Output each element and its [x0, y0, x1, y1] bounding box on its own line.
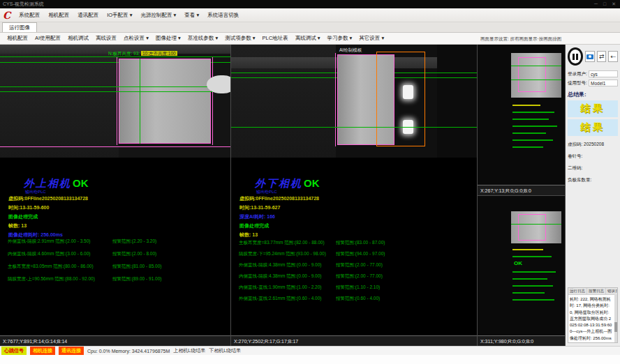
left-camera-image[interactable]: N:极耳高度: 93; 10:左齐高度:100 — [0, 45, 230, 158]
pause-button[interactable] — [568, 47, 583, 66]
menu-camera-config[interactable]: 相机配置 — [44, 10, 73, 20]
tool-offline-setting[interactable]: 离线设置 — [93, 33, 119, 43]
alarm-range: 报警范围:(94.00 - 97.00) — [336, 251, 385, 257]
model-field[interactable]: Model1 — [589, 79, 618, 86]
micro-text-line — [512, 249, 543, 250]
middle-camera-image[interactable]: AI绘制模板 — [231, 45, 477, 158]
result-box-upper: 结果 — [568, 100, 618, 117]
mini-status-ok: OK — [514, 260, 522, 266]
log-tabs: 运行日志 报警日志 错误日志 — [568, 288, 617, 295]
back-button[interactable]: ⇠ — [608, 51, 618, 62]
menu-bar: C 系统配置 相机配置 通讯配置 IO手配置 ▾ 光源控制配置 ▾ 查看 ▾ 系… — [0, 8, 620, 22]
tool-baseline-params[interactable]: 基准线参数 ▾ — [185, 33, 221, 43]
tool-learn-params[interactable]: 学习参数 ▾ — [324, 33, 355, 43]
left-camera-view[interactable]: N:极耳高度: 93; 10:左齐高度:100 外上相机OK 输出给PLC 虚拟… — [0, 45, 231, 346]
ai-template-annotation: AI绘制模板 — [339, 47, 362, 54]
minimize-icon[interactable]: ─ — [594, 1, 598, 7]
middle-camera-view[interactable]: AI绘制模板 外下相机OK 输出给PLC 虚拟码:0FFline20250208… — [231, 45, 478, 346]
info-vcode: 虚拟码:0FFline20250208133134728 — [8, 195, 88, 202]
measure-line — [140, 59, 140, 144]
info-time: 时间:13-31-59-600 — [8, 204, 49, 211]
log-box: 运行日志 报警日志 错误日志 耗时: 222, 网络检测耗时: 17, 网络分类… — [568, 287, 618, 343]
app-logo-icon: C — [0, 10, 15, 20]
menu-light-config[interactable]: 光源控制配置 ▾ — [136, 10, 180, 20]
measurement-value: 外侧直线-直线:2.61mm 范围:(0.60 - 4.00) — [239, 296, 321, 302]
login-user-row: 登录用户: cys — [568, 70, 618, 77]
mini-top-coords-bar: X:267;Y:13;R:0;G:0;B:0 — [478, 185, 565, 195]
info-frames: 帧数: 13 — [239, 232, 258, 238]
log-tab-alarm[interactable]: 报警日志 — [587, 288, 606, 294]
status-bar: 心跳信号 相机连接 通讯连接 Cpu: 0.0% Memory: 3424.41… — [0, 346, 620, 355]
result-box-lower: 结果 — [568, 119, 618, 136]
menu-io-config[interactable]: IO手配置 ▾ — [103, 10, 136, 20]
log-scrollbar-thumb[interactable] — [614, 322, 617, 332]
log-scrollbar[interactable] — [614, 294, 617, 342]
measure-line — [0, 91, 230, 92]
heartbeat-indicator: 心跳信号 — [1, 347, 27, 355]
measure-line — [511, 66, 561, 66]
alarm-range: 报警范围:(83.00 - 87.00) — [336, 240, 385, 246]
tool-ai-use-config[interactable]: AI使用配置 — [32, 33, 64, 43]
tool-camera-config[interactable]: 相机配置 — [4, 33, 31, 43]
camera-status-ok: OK — [73, 177, 89, 189]
plc-note: 输出给PLC — [25, 189, 46, 195]
micro-text-line — [512, 292, 545, 294]
tool-test-params[interactable]: 测试项参数 ▾ — [222, 33, 258, 43]
micro-text-line — [512, 119, 549, 120]
measurement-value: 外侧直线-隔膜:2.91mm 范围:(2.00 - 3.50) — [8, 238, 90, 245]
tab-strip: 运行图像 — [0, 22, 620, 33]
camera-link-indicator: 相机连接 — [30, 347, 55, 355]
close-icon[interactable]: ✕ — [612, 1, 616, 7]
menu-language-switch[interactable]: 系统语言切换 — [203, 10, 243, 20]
measurement-value: 内侧直线-隔膜:4.60mm 范围:(3.00 - 6.00) — [8, 251, 90, 257]
menu-system-config[interactable]: 系统配置 — [15, 10, 44, 20]
annotation-green-part: N:极耳高度: 93; — [108, 51, 140, 56]
micro-text-line — [512, 278, 547, 280]
qrcode-label: 二维码: — [568, 165, 618, 172]
roi-line — [117, 57, 117, 145]
mini-roi-box — [518, 214, 546, 241]
mini-views-column: X:267;Y:13;R:0;G:0;B:0 OK X:311;Y:980;R:… — [478, 45, 566, 346]
info-time: 时间:13-31-59-627 — [239, 204, 280, 211]
micro-text-line — [512, 285, 553, 287]
window-title: CYS-视觉检测系统 — [0, 1, 594, 8]
tool-plc-address[interactable]: PLC地址表 — [260, 33, 291, 43]
virtual-code-line: 虚拟码: 20250208 — [568, 142, 618, 148]
tool-offline-debug[interactable]: 离线调试 ▾ — [293, 33, 323, 43]
measurement-value: 主极耳宽度=83.77mm 范围:(82.00 - 88.00) — [239, 240, 325, 246]
tool-camera-debug[interactable]: 相机调试 — [65, 33, 91, 43]
info-frames: 帧数: 13 — [8, 222, 27, 229]
tool-image-process[interactable]: 图像处理 ▾ — [153, 33, 184, 43]
measurement-value: 主极耳宽度=83.05mm 范围:(80.00 - 86.00) — [8, 264, 94, 270]
ai-roi-box — [376, 52, 425, 146]
micro-text-line — [512, 146, 543, 148]
switch-view-button[interactable]: ⇄ — [597, 51, 607, 62]
log-tab-run[interactable]: 运行日志 — [568, 288, 587, 294]
plc-note: 输出给PLC — [256, 189, 277, 195]
height-annotation: N:极耳高度: 93; 10:左齐高度:100 — [108, 51, 177, 57]
log-tab-error[interactable]: 错误日志 — [606, 288, 618, 294]
tab-run-image[interactable]: 运行图像 — [2, 22, 37, 32]
measure-line — [0, 86, 230, 87]
menu-view[interactable]: 查看 ▾ — [180, 10, 203, 20]
menu-comm-config[interactable]: 通讯配置 — [73, 10, 103, 20]
camera-capture-button[interactable] — [585, 51, 595, 62]
measure-line — [231, 127, 477, 128]
micro-text-line — [512, 139, 553, 141]
camera-name: 外上相机 — [24, 177, 71, 189]
tool-other-setting[interactable]: 其它设置 ▾ — [356, 33, 387, 43]
alarm-range: 报警范围:(2.00 - 77.00) — [336, 273, 383, 280]
mini-view-top[interactable]: X:267;Y:13;R:0;G:0;B:0 — [478, 45, 565, 196]
main-area: N:极耳高度: 93; 10:左齐高度:100 外上相机OK 输出给PLC 虚拟… — [0, 45, 620, 346]
reflection-highlight — [403, 85, 413, 99]
alarm-range: 报警范围:(2.20 - 3.20) — [112, 238, 156, 245]
maximize-icon[interactable]: □ — [603, 1, 606, 7]
camera-name: 外下相机 — [255, 177, 302, 189]
alarm-range: 报警范围:(1.10 - 2.10) — [336, 285, 380, 291]
mini-view-bottom[interactable]: OK X:311;Y:980;R:0;G:0;B:0 — [478, 196, 565, 347]
info-done: 图像处理完成 — [239, 222, 269, 229]
tool-spot-check[interactable]: 点检设置 ▾ — [121, 33, 152, 43]
camera-icon — [586, 54, 593, 59]
login-user-field[interactable]: cys — [589, 70, 618, 77]
stock-count-label: 负极库数量: — [568, 177, 618, 183]
